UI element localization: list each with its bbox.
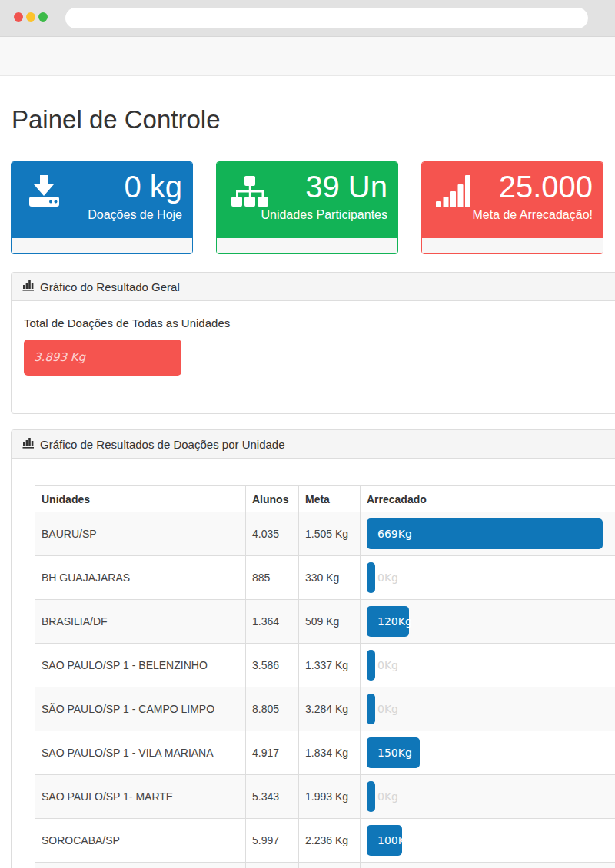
- arrecadado-bar: 100Kg: [367, 825, 402, 856]
- stat-card-doacoes-hoje: 0 kg Doações de Hoje: [11, 161, 193, 254]
- cell-meta: 2.236 Kg: [299, 819, 361, 863]
- arrecadado-bar-label: 0Kg: [377, 571, 398, 584]
- panel-heading: Gráfico de Resultados de Doações por Uni…: [12, 430, 615, 459]
- panel-heading: Gráfico do Resultado Geral: [12, 273, 615, 301]
- panel-doacoes-por-unidade: Gráfico de Resultados de Doações por Uni…: [11, 429, 615, 868]
- column-header-alunos: Alunos: [246, 486, 299, 512]
- arrecadado-bar: 150Kg: [367, 737, 420, 768]
- table-row: SAO PAULO/SP 1 - BELENZINHO3.5861.337 Kg…: [35, 644, 615, 687]
- navbar-band: [0, 37, 615, 76]
- table-header-row: Unidades Alunos Meta Arrecadado: [35, 486, 615, 512]
- column-header-arrecadado: Arrecadado: [361, 486, 615, 512]
- arrecadado-bar-label: 0Kg: [377, 659, 398, 671]
- cell-arrecadado: 0Kg: [361, 556, 615, 600]
- table-row: [35, 863, 615, 868]
- table-row: BH GUAJAJARAS885330 Kg0Kg: [35, 556, 615, 600]
- stat-card-footer: [422, 237, 603, 253]
- cell-alunos: 3.586: [246, 644, 299, 687]
- cell-meta: 1.834 Kg: [299, 731, 361, 775]
- cell-arrecadado: 0Kg: [361, 775, 615, 819]
- cell-arrecadado: 150Kg: [361, 731, 615, 775]
- arrecadado-bar: 669Kg: [367, 518, 603, 549]
- stat-label: Meta de Arrecadação!: [472, 208, 593, 222]
- arrecadado-bar-label: 0Kg: [377, 790, 398, 803]
- arrecadado-bar: [367, 694, 375, 724]
- arrecadado-bar: [367, 781, 375, 812]
- panel-title: Gráfico de Resultados de Doações por Uni…: [40, 438, 285, 451]
- minimize-window-button[interactable]: [26, 12, 35, 22]
- stat-value: 0 kg: [88, 168, 182, 205]
- stat-value: 39 Un: [261, 168, 387, 205]
- total-doacoes-box: 3.893 Kg: [24, 340, 181, 376]
- cell-arrecadado: 0Kg: [361, 687, 615, 731]
- table-row: SAO PAULO/SP 1- MARTE5.3431.993 Kg0Kg: [35, 775, 615, 819]
- cell-unidade: SÃO PAULO/SP 1 - CAMPO LIMPO: [35, 687, 246, 731]
- bar-chart-icon: [22, 280, 35, 293]
- bar-chart-icon: [22, 437, 35, 451]
- total-doacoes-subtitle: Total de Doações de Todas as Unidades: [24, 316, 615, 330]
- cell-unidade: SAO PAULO/SP 1- MARTE: [35, 775, 246, 819]
- cell-alunos: [246, 863, 299, 868]
- stat-card-footer: [217, 237, 397, 253]
- cell-alunos: 4.035: [246, 512, 299, 556]
- stat-card-footer: [12, 237, 192, 253]
- panel-resultado-geral: Gráfico do Resultado Geral Total de Doaç…: [11, 272, 615, 414]
- cell-alunos: 5.997: [246, 819, 299, 863]
- stat-card-meta-arrecadacao: 25.000 Meta de Arrecadação!: [421, 161, 603, 254]
- cell-alunos: 1.364: [246, 600, 299, 644]
- cell-unidade: BAURU/SP: [35, 512, 246, 556]
- cell-arrecadado: 669Kg: [361, 512, 615, 556]
- cell-arrecadado: 120Kg: [361, 600, 615, 644]
- cell-unidade: BRASILIA/DF: [35, 600, 246, 644]
- close-window-button[interactable]: [14, 12, 23, 22]
- cell-arrecadado: 100Kg: [361, 819, 615, 863]
- column-header-unidades: Unidades: [35, 486, 246, 512]
- url-bar[interactable]: [65, 8, 588, 28]
- table-row: BAURU/SP4.0351.505 Kg669Kg: [35, 512, 615, 556]
- table-row: BRASILIA/DF1.364509 Kg120Kg: [35, 600, 615, 644]
- arrecadado-bar: [367, 650, 375, 681]
- cell-alunos: 885: [246, 556, 299, 600]
- stat-label: Doações de Hoje: [88, 208, 182, 222]
- stat-label: Unidades Participantes: [261, 208, 387, 222]
- cell-unidade: SAO PAULO/SP 1 - BELENZINHO: [35, 644, 246, 687]
- column-header-meta: Meta: [299, 486, 361, 512]
- cell-meta: 3.284 Kg: [299, 687, 361, 731]
- donations-table: Unidades Alunos Meta Arrecadado BAURU/SP…: [35, 485, 615, 868]
- stats-row: 0 kg Doações de Hoje: [11, 161, 603, 254]
- cell-arrecadado: 0Kg: [361, 644, 615, 687]
- arrecadado-bar: [367, 562, 375, 593]
- cell-arrecadado: [361, 863, 615, 868]
- maximize-window-button[interactable]: [38, 12, 48, 22]
- cell-meta: 330 Kg: [299, 556, 361, 600]
- cell-unidade: [35, 863, 246, 868]
- download-icon: [25, 175, 62, 210]
- signal-icon: [436, 175, 471, 210]
- stat-card-unidades-participantes: 39 Un Unidades Participantes: [216, 161, 398, 254]
- cell-unidade: BH GUAJAJARAS: [35, 556, 246, 600]
- table-row: SOROCABA/SP5.9972.236 Kg100Kg: [35, 819, 615, 863]
- page-title: Painel de Controle: [12, 105, 615, 144]
- cell-alunos: 4.917: [246, 731, 299, 775]
- arrecadado-bar: 120Kg: [367, 606, 409, 637]
- panel-title: Gráfico do Resultado Geral: [40, 280, 180, 293]
- cell-alunos: 5.343: [246, 775, 299, 819]
- browser-bar: [0, 0, 615, 37]
- table-row: SÃO PAULO/SP 1 - CAMPO LIMPO8.8053.284 K…: [35, 687, 615, 731]
- cell-meta: 509 Kg: [299, 600, 361, 644]
- cell-unidade: SOROCABA/SP: [35, 819, 246, 863]
- page-content: Painel de Controle 0 kg Doações de Hoje: [0, 105, 615, 868]
- table-row: SAO PAULO/SP 1 - VILA MARIANA4.9171.834 …: [35, 731, 615, 775]
- cell-meta: 1.505 Kg: [299, 512, 361, 556]
- arrecadado-bar-label: 0Kg: [377, 703, 398, 715]
- cell-alunos: 8.805: [246, 687, 299, 731]
- cell-meta: 1.337 Kg: [299, 644, 361, 687]
- cell-meta: 1.993 Kg: [299, 775, 361, 819]
- stat-value: 25.000: [472, 168, 593, 205]
- cell-unidade: SAO PAULO/SP 1 - VILA MARIANA: [35, 731, 246, 775]
- cell-meta: [299, 863, 361, 868]
